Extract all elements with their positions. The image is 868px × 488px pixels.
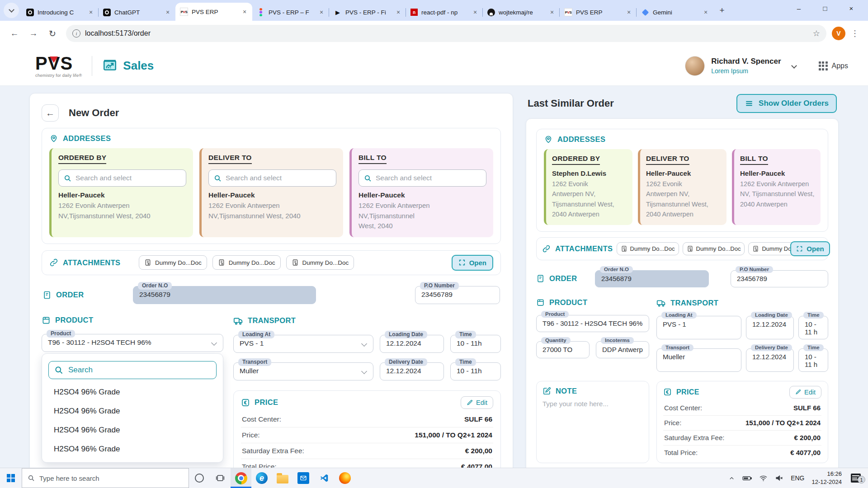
search-input[interactable]: [376, 174, 481, 182]
browser-profile-avatar[interactable]: V: [832, 27, 845, 40]
user-avatar[interactable]: [685, 56, 705, 76]
delivery-time-field[interactable]: Time 10 - 11h: [450, 362, 501, 380]
volume-muted-icon[interactable]: [775, 474, 783, 482]
ordered-by-search[interactable]: [58, 169, 186, 187]
bill-to-search[interactable]: [359, 169, 486, 187]
product-option[interactable]: H2SO4 96% Grade: [42, 402, 223, 421]
transport-section: TRANSPORT Loading At PVS - 1 Loading Dat…: [233, 316, 501, 479]
product-option[interactable]: H2SO4 96% Grade: [42, 383, 223, 402]
close-icon[interactable]: ×: [702, 8, 710, 16]
task-view-button[interactable]: [210, 468, 231, 488]
attachment-chip[interactable]: Dummy Do...Doc: [286, 255, 354, 270]
module-title: Sales: [102, 58, 154, 74]
edge-taskbar-button[interactable]: e: [251, 468, 272, 488]
bookmark-star-icon[interactable]: ☆: [813, 28, 820, 38]
edit-price-button[interactable]: Edit: [789, 386, 821, 399]
close-icon[interactable]: ×: [317, 8, 326, 16]
site-info-icon[interactable]: i: [72, 29, 80, 38]
tab-introducing[interactable]: Introducing C ×: [22, 4, 99, 21]
dropdown-search-input[interactable]: [68, 366, 211, 375]
window-close-button[interactable]: ×: [838, 0, 864, 16]
price-row: Price:151,000 / TO Q2+1 2024: [663, 416, 821, 431]
start-button[interactable]: [0, 468, 22, 488]
dropdown-search[interactable]: [48, 361, 217, 379]
note-textarea[interactable]: [542, 400, 643, 441]
delivery-date-field[interactable]: Delivery Date 12.12.2024: [380, 362, 444, 380]
tab-gemini[interactable]: Gemini ×: [637, 4, 713, 21]
taskbar-search[interactable]: Type here to search: [22, 468, 189, 488]
pvs-favicon: PVS: [180, 8, 188, 16]
attachment-chip[interactable]: Dummy Do...Doc: [212, 255, 281, 270]
po-number-field[interactable]: P.O Number 23456789: [415, 286, 500, 304]
close-icon[interactable]: ×: [625, 8, 633, 16]
product-option[interactable]: H2SO4 96% Grade: [42, 440, 223, 459]
firefox-taskbar-button[interactable]: [335, 468, 355, 488]
price-row: Cost Center:SULF 66: [663, 401, 821, 416]
user-subtitle-link[interactable]: Lorem Ipsum: [711, 67, 781, 75]
forward-button[interactable]: →: [25, 25, 42, 42]
loading-at-select[interactable]: Loading At PVS - 1: [233, 335, 373, 353]
section-title: ADDRESSES: [557, 135, 605, 144]
tab-chatgpt[interactable]: ChatGPT ×: [99, 4, 175, 21]
attachment-chip[interactable]: Dummy Do...Doc: [139, 255, 207, 270]
show-older-orders-button[interactable]: Show Older Orders: [736, 94, 837, 113]
chevron-down-icon[interactable]: [791, 63, 797, 69]
search-input[interactable]: [75, 174, 181, 182]
close-icon[interactable]: ×: [164, 8, 172, 16]
section-title: PRICE: [255, 398, 278, 407]
open-attachments-button[interactable]: Open: [452, 255, 493, 271]
reload-button[interactable]: ↻: [44, 25, 61, 42]
loading-date-field[interactable]: Loading Date 12.12.2024: [380, 335, 444, 353]
ordered-by-card: ORDERED BY Heller-Paucek 1262 Evonik Ant…: [49, 148, 193, 237]
close-icon[interactable]: ×: [394, 8, 402, 16]
address-bar[interactable]: i localhost:5173/order ☆: [66, 25, 826, 42]
close-icon[interactable]: ×: [241, 8, 249, 16]
close-icon[interactable]: ×: [87, 8, 95, 16]
vscode-taskbar-button[interactable]: [314, 468, 335, 488]
tab-video[interactable]: ▶ PVS - ERP - Fi ×: [329, 4, 406, 21]
price-row: Price:151,000 / TO Q2+1 2024: [241, 427, 493, 443]
field-label: Time: [455, 331, 476, 338]
product-select[interactable]: Product T96 - 30112 - H2SO4 TECH 96%: [42, 334, 223, 352]
loading-time-field[interactable]: Time 10 - 11h: [450, 335, 501, 353]
tab-search-chevron-button[interactable]: [4, 3, 19, 18]
tab-label: PVS ERP: [192, 9, 237, 15]
product-option[interactable]: H2SO4 96% Grade: [42, 421, 223, 440]
file-explorer-button[interactable]: [272, 468, 293, 488]
tab-pvs-erp-active[interactable]: PVS PVS ERP ×: [175, 3, 252, 21]
tab-github[interactable]: wojtekmaj/re ×: [483, 4, 560, 21]
edit-price-button[interactable]: Edit: [461, 396, 493, 409]
back-arrow-button[interactable]: ←: [42, 104, 59, 122]
attachment-chip[interactable]: Dummy Do...Doc: [617, 242, 679, 255]
wifi-icon[interactable]: [759, 475, 768, 482]
new-tab-button[interactable]: +: [715, 4, 729, 17]
browser-menu-icon[interactable]: ⋮: [848, 28, 862, 38]
search-input[interactable]: [226, 174, 331, 182]
language-indicator[interactable]: ENG: [791, 474, 804, 482]
cortana-button[interactable]: [189, 468, 210, 488]
apps-button[interactable]: Apps: [819, 61, 848, 70]
back-button[interactable]: ←: [6, 25, 23, 42]
battery-icon[interactable]: [742, 475, 752, 482]
chrome-taskbar-button[interactable]: [231, 468, 251, 488]
maximize-button[interactable]: □: [812, 0, 838, 16]
browser-navbar: ← → ↻ i localhost:5173/order ☆ V ⋮: [0, 21, 868, 46]
order-section: ORDER Order N.O 23456879 P.O Number 2345…: [536, 270, 828, 287]
tab-pvs-erp-2[interactable]: PVS PVS ERP ×: [560, 4, 637, 21]
url-text[interactable]: localhost:5173/order: [85, 29, 808, 38]
order-number-field[interactable]: Order N.O 23456879: [133, 286, 316, 304]
notification-center-button[interactable]: 1: [849, 474, 863, 483]
tab-figma[interactable]: PVS - ERP – F ×: [252, 4, 329, 21]
open-attachments-button[interactable]: Open: [790, 241, 830, 256]
minimize-button[interactable]: –: [786, 0, 812, 16]
transport-select[interactable]: Transport Muller: [233, 362, 373, 380]
tab-react-pdf[interactable]: n react-pdf - np ×: [406, 4, 483, 21]
close-icon[interactable]: ×: [548, 8, 556, 16]
deliver-to-search[interactable]: [208, 169, 336, 187]
attachment-chip[interactable]: Dummy Do...Doc: [683, 242, 745, 255]
close-icon[interactable]: ×: [471, 8, 479, 16]
order-file-icon: [536, 274, 545, 283]
mail-taskbar-button[interactable]: [293, 468, 314, 488]
tray-chevron-up-icon[interactable]: [728, 475, 735, 482]
clock[interactable]: 16:26 12-12-2024: [812, 470, 842, 486]
